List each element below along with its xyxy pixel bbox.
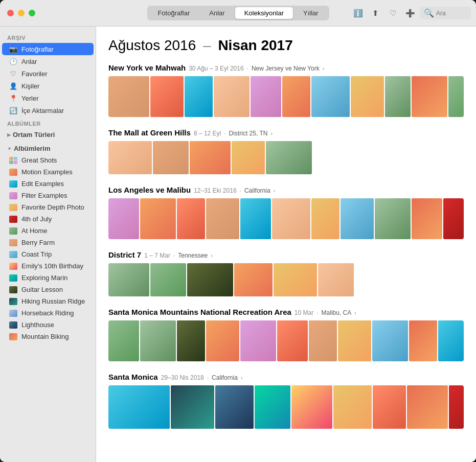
album-motion-examples[interactable]: Motion Examples <box>2 166 94 178</box>
photo-thumb[interactable] <box>255 385 290 429</box>
sidebar-item-imports[interactable]: 🔃 İçe Aktarmalar <box>2 104 94 117</box>
photo-thumb[interactable] <box>190 141 231 174</box>
photo-thumb[interactable] <box>240 320 276 361</box>
info-button[interactable]: ℹ️ <box>350 6 366 20</box>
search-box[interactable]: 🔍 <box>420 7 471 19</box>
photo-thumb[interactable] <box>108 141 152 174</box>
album-great-shots[interactable]: Great Shots <box>2 154 94 166</box>
smm-photo-strip[interactable] <box>108 320 464 361</box>
photo-thumb[interactable] <box>409 320 437 361</box>
photo-thumb[interactable] <box>407 385 448 429</box>
photo-thumb[interactable] <box>187 263 233 296</box>
album-lighthouse[interactable]: Lighthouse <box>2 319 94 331</box>
photo-thumb[interactable] <box>448 76 464 117</box>
photo-thumb[interactable] <box>214 76 250 117</box>
photo-thumb[interactable] <box>251 76 281 117</box>
photo-thumb[interactable] <box>177 198 205 239</box>
favorite-button[interactable]: ♡ <box>385 6 400 20</box>
photo-thumb[interactable] <box>266 141 312 174</box>
photo-thumb[interactable] <box>240 198 271 239</box>
album-exploring-marin[interactable]: Exploring Marin <box>2 272 94 284</box>
sm-photo-strip[interactable] <box>108 385 464 429</box>
photo-thumb[interactable] <box>171 385 214 429</box>
new-york-photo-strip[interactable] <box>108 76 464 117</box>
photo-thumb[interactable] <box>375 198 411 239</box>
chevron-right-icon[interactable]: › <box>211 252 213 259</box>
photo-thumb[interactable] <box>215 385 254 429</box>
album-emilys-birthday[interactable]: Emily's 10th Birthday <box>2 260 94 272</box>
chevron-right-icon[interactable]: › <box>241 375 243 381</box>
sidebar-item-photos[interactable]: 📷 Fotoğraflar <box>2 43 94 55</box>
photo-thumb[interactable] <box>274 263 317 296</box>
chevron-right-icon[interactable]: › <box>274 188 276 194</box>
sidebar-item-moments[interactable]: 🕐 Anlar <box>2 55 94 67</box>
tab-years[interactable]: Yıllar <box>294 7 328 19</box>
photo-thumb[interactable] <box>232 141 265 174</box>
share-button[interactable]: ⬆ <box>368 6 383 20</box>
photo-thumb[interactable] <box>153 141 189 174</box>
chevron-right-icon[interactable]: › <box>323 65 325 72</box>
album-mountain-biking[interactable]: Mountain Biking <box>2 331 94 342</box>
photo-thumb[interactable] <box>309 320 337 361</box>
album-hiking-russian-ridge[interactable]: Hiking Russian Ridge <box>2 295 94 307</box>
photo-thumb[interactable] <box>108 320 139 361</box>
close-button[interactable] <box>7 10 14 16</box>
collection-la-title[interactable]: Los Angeles ve Malibu <box>108 186 191 194</box>
album-guitar-lesson[interactable]: Guitar Lesson <box>2 284 94 295</box>
photo-thumb[interactable] <box>373 385 406 429</box>
photo-thumb[interactable] <box>185 76 213 117</box>
photo-thumb[interactable] <box>351 76 384 117</box>
photo-thumb[interactable] <box>385 76 411 117</box>
sidebar-item-people[interactable]: 👤 Kişiler <box>2 80 94 92</box>
photo-thumb[interactable] <box>311 198 339 239</box>
maximize-button[interactable] <box>29 10 35 16</box>
photo-thumb[interactable] <box>206 198 239 239</box>
tab-moments[interactable]: Anlar <box>200 7 234 19</box>
photo-thumb[interactable] <box>412 76 447 117</box>
tab-collections[interactable]: Koleksiyonlar <box>235 7 293 19</box>
collection-sm-title[interactable]: Santa Monica <box>108 373 158 381</box>
photo-thumb[interactable] <box>206 320 239 361</box>
mall-photo-strip[interactable] <box>108 141 464 174</box>
album-berry-farm[interactable]: Berry Farm <box>2 237 94 248</box>
la-photo-strip[interactable] <box>108 198 464 239</box>
collection-mall-title[interactable]: The Mall at Green Hills <box>108 128 191 137</box>
photo-thumb[interactable] <box>372 320 408 361</box>
photo-thumb[interactable] <box>234 263 273 296</box>
photo-thumb[interactable] <box>277 320 308 361</box>
photo-thumb[interactable] <box>311 76 350 117</box>
collection-new-york-title[interactable]: New York ve Mahwah <box>108 63 186 72</box>
album-favorite-depth-photo[interactable]: Favorite Depth Photo <box>2 201 94 213</box>
photo-thumb[interactable] <box>412 198 442 239</box>
sidebar-item-places[interactable]: 📍 Yerler <box>2 92 94 104</box>
album-edit-examples[interactable]: Edit Examples <box>2 178 94 190</box>
album-filter-examples[interactable]: Filter Examples <box>2 190 94 201</box>
photo-thumb[interactable] <box>333 385 372 429</box>
media-types-disclosure[interactable]: ▶ Ortam Türleri <box>0 129 96 141</box>
photo-thumb[interactable] <box>108 263 149 296</box>
photo-thumb[interactable] <box>150 263 186 296</box>
chevron-right-icon[interactable]: › <box>270 130 273 136</box>
album-horseback-riding[interactable]: Horseback Riding <box>2 307 94 319</box>
photo-thumb[interactable] <box>150 76 184 117</box>
photo-thumb[interactable] <box>140 320 176 361</box>
photo-thumb[interactable] <box>108 385 170 429</box>
chevron-right-icon[interactable]: › <box>354 310 356 316</box>
sidebar-item-favorites[interactable]: ♡ Favoriler <box>2 67 94 80</box>
photo-thumb[interactable] <box>140 198 176 239</box>
my-albums-disclosure[interactable]: ▼ Albümlerim <box>0 143 96 154</box>
photo-thumb[interactable] <box>443 198 464 239</box>
photo-thumb[interactable] <box>177 320 205 361</box>
minimize-button[interactable] <box>18 10 25 16</box>
photo-thumb[interactable] <box>291 385 332 429</box>
photo-thumb[interactable] <box>108 198 139 239</box>
album-at-home[interactable]: At Home <box>2 225 94 237</box>
collection-smm-title[interactable]: Santa Monica Mountains National Recreati… <box>108 308 291 316</box>
photo-thumb[interactable] <box>341 198 374 239</box>
search-input[interactable] <box>436 10 472 17</box>
photo-thumb[interactable] <box>449 385 464 429</box>
add-to-album-button[interactable]: ➕ <box>402 6 418 20</box>
album-4th-july[interactable]: 4th of July <box>2 213 94 225</box>
collection-district7-title[interactable]: District 7 <box>108 250 141 259</box>
district7-photo-strip[interactable] <box>108 263 464 296</box>
